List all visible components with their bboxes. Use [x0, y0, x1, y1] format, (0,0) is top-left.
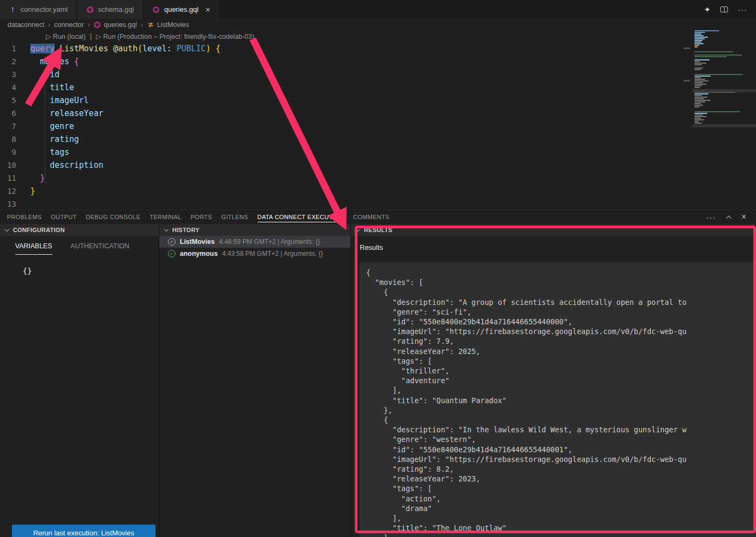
panel-more-icon[interactable]: ···: [706, 213, 716, 222]
token: [30, 173, 40, 183]
tab-queries-gql[interactable]: queries.gql×: [144, 0, 219, 19]
minimap-band: [692, 89, 756, 92]
rerun-button[interactable]: Rerun last execution: ListMovies: [12, 525, 156, 537]
panel-tab-ports[interactable]: PORTS: [191, 212, 212, 222]
play-icon: ▷: [96, 33, 102, 40]
minimap-line: [694, 98, 704, 99]
graphql-icon: [152, 5, 160, 13]
minimap-line: [694, 85, 702, 86]
breadcrumb-item-dataconnect[interactable]: dataconnect: [8, 21, 44, 29]
results-output[interactable]: { "movies": [ { "description": "A group …: [360, 262, 756, 537]
line-number: 5: [0, 94, 30, 107]
history-row[interactable]: ✓anonymous4:43:58 PM GMT+2 | Arguments: …: [159, 248, 350, 260]
minimap-line: [694, 32, 705, 33]
breadcrumb-item-connector[interactable]: connector: [54, 21, 84, 29]
token: imageUrl: [50, 96, 89, 105]
code-text: imageUrl: [30, 94, 89, 107]
token: [211, 44, 215, 53]
code-text: genre: [30, 120, 74, 133]
minimap-line: [694, 76, 711, 77]
panel-close-icon[interactable]: ×: [741, 213, 746, 221]
token: query: [30, 44, 55, 53]
chevron-down-icon: [356, 227, 360, 231]
minimap-line: [694, 97, 707, 98]
variables-value[interactable]: {}: [0, 255, 159, 275]
panel-tab-terminal[interactable]: TERMINAL: [150, 212, 181, 222]
minimap-line: [694, 50, 756, 51]
editor-tabs: !connector.yamlschema.gqlqueries.gql×: [0, 0, 220, 19]
config-tab-variables[interactable]: VARIABLES: [15, 242, 52, 255]
minimap-line: [694, 30, 719, 31]
history-title: HISTORY: [172, 227, 199, 233]
panel-tab-problems[interactable]: PROBLEMS: [7, 212, 42, 222]
split-editor-icon[interactable]: [720, 6, 728, 12]
minimap-line: [694, 40, 703, 41]
check-circle-icon: ✓: [168, 238, 176, 246]
code-line: 13: [0, 198, 756, 210]
token: [30, 134, 50, 144]
overview-ruler-mark: [684, 47, 690, 49]
history-list: ✓ListMovies4:48:59 PM GMT+2 | Arguments:…: [159, 236, 350, 260]
breadcrumb-item-ListMovies[interactable]: ListMovies: [147, 21, 189, 29]
panel-tab-bar: PROBLEMSOUTPUTDEBUG CONSOLETERMINALPORTS…: [0, 210, 756, 224]
minimap-line: [694, 63, 706, 64]
vscode-window: !connector.yamlschema.gqlqueries.gql× ✦ …: [0, 0, 756, 537]
minimap-line: [694, 53, 756, 54]
config-tab-authentication[interactable]: AUTHENTICATION: [71, 242, 130, 255]
tab-label: schema.gql: [98, 5, 133, 13]
play-icon: ▷: [46, 33, 51, 40]
panel-tab-debug-console[interactable]: DEBUG CONSOLE: [86, 212, 140, 222]
code-editor[interactable]: 1query ListMovies @auth(level: PUBLIC) {…: [0, 42, 756, 209]
minimap-line: [694, 38, 705, 39]
run-local-lens[interactable]: ▷ Run (local): [46, 32, 86, 40]
breadcrumb-item-queries-gql[interactable]: queries.gql: [93, 21, 137, 29]
run-production-lens[interactable]: ▷ Run (Production – Project: friendly-fl…: [96, 32, 254, 40]
panel-tab-comments[interactable]: COMMENTS: [353, 212, 389, 222]
breadcrumb-separator: ›: [87, 21, 90, 29]
results-header[interactable]: RESULTS: [351, 224, 756, 236]
code-text: rating: [30, 133, 79, 146]
minimap[interactable]: [692, 30, 756, 130]
minimap-line: [694, 56, 727, 57]
token: genre: [50, 121, 74, 131]
line-number: 11: [0, 172, 30, 185]
token: [30, 70, 50, 79]
tab-connector-yaml[interactable]: !connector.yaml: [0, 0, 76, 19]
minimap-line: [694, 103, 701, 104]
token: [30, 57, 40, 66]
tab-close-icon[interactable]: ×: [206, 5, 211, 13]
configuration-title: CONFIGURATION: [13, 227, 65, 233]
tab-label: queries.gql: [164, 5, 199, 13]
tab-schema-gql[interactable]: schema.gql: [77, 0, 142, 19]
code-line: 5 imageUrl: [0, 94, 756, 107]
code-line: 7 genre: [0, 120, 756, 133]
token: [30, 121, 50, 131]
history-row[interactable]: ✓ListMovies4:48:59 PM GMT+2 | Arguments:…: [159, 236, 350, 248]
panel-maximize-icon[interactable]: [726, 215, 731, 221]
minimap-line: [694, 110, 756, 111]
minimap-line: [694, 51, 733, 52]
token: [30, 83, 50, 92]
tab-label: connector.yaml: [21, 5, 68, 13]
line-number: 6: [0, 107, 30, 120]
history-header[interactable]: HISTORY: [159, 224, 350, 236]
panel-tab-data-connect-execution[interactable]: DATA CONNECT EXECUTION: [258, 212, 344, 222]
configuration-header[interactable]: CONFIGURATION: [0, 224, 159, 236]
sparkle-icon[interactable]: ✦: [704, 5, 711, 15]
token: }: [40, 173, 45, 183]
history-meta: 4:43:58 PM GMT+2 | Arguments: {}: [222, 250, 323, 257]
breadcrumb: dataconnect›connector›queries.gql›ListMo…: [0, 19, 756, 31]
code-line: 9 tags: [0, 146, 756, 159]
more-actions-icon[interactable]: ···: [738, 5, 747, 14]
minimap-line: [694, 33, 701, 35]
panel-tab-output[interactable]: OUTPUT: [51, 212, 77, 222]
token: [55, 44, 59, 53]
token: (: [138, 44, 143, 53]
minimap-line: [694, 74, 743, 75]
minimap-line: [694, 59, 710, 60]
panel-tab-gitlens[interactable]: GITLENS: [221, 212, 248, 222]
code-line: 1query ListMovies @auth(level: PUBLIC) {: [0, 42, 756, 55]
minimap-line: [694, 64, 702, 65]
code-line: 6 releaseYear: [0, 107, 756, 120]
code-line: 11 }: [0, 172, 756, 185]
